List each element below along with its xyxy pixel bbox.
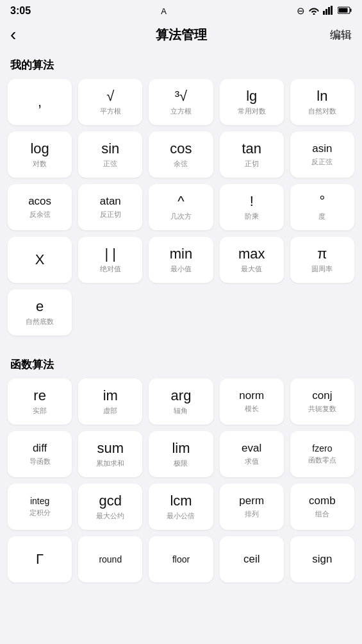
status-carrier-icon: A xyxy=(161,6,167,16)
cell-main-label: comb xyxy=(309,495,336,507)
cell-sub-label: 导函数 xyxy=(29,457,51,466)
func-alg-cell-2-1[interactable]: gcd最大公约 xyxy=(78,484,142,530)
cell-main-label: re xyxy=(33,387,46,404)
cell-main-label: fzero xyxy=(312,443,332,454)
cell-sub-label: 最小值 xyxy=(170,264,192,274)
cell-main-label: perm xyxy=(239,495,264,507)
my-algorithms-section: 我的算法 ,√平方根³√立方根lg常用对数ln自然对数 log对数sin正弦co… xyxy=(0,53,362,342)
func-alg-cell-2-2[interactable]: lcm最小公倍 xyxy=(149,484,213,530)
cell-main-label: integ xyxy=(30,496,49,507)
func-alg-cell-1-4[interactable]: fzero函数零点 xyxy=(290,431,354,477)
cell-sub-label: 共轭复数 xyxy=(308,404,336,414)
cell-main-label: e xyxy=(36,298,44,315)
my-alg-cell-3-0[interactable]: X xyxy=(8,237,72,283)
cell-sub-label: 自然对数 xyxy=(308,106,336,116)
cell-sub-label: 正切 xyxy=(245,159,259,169)
empty-cell xyxy=(290,289,354,335)
cell-sub-label: 对数 xyxy=(33,159,47,169)
my-alg-cell-1-3[interactable]: tan正切 xyxy=(220,131,284,178)
wifi-icon xyxy=(308,6,320,17)
cell-main-label: √ xyxy=(106,88,114,105)
cell-main-label: arg xyxy=(171,387,192,404)
my-alg-cell-1-4[interactable]: asin反正弦 xyxy=(290,131,354,178)
my-alg-cell-3-1[interactable]: | |绝对值 xyxy=(78,237,142,283)
cell-sub-label: 组合 xyxy=(315,509,329,519)
my-alg-cell-2-2[interactable]: ^几次方 xyxy=(149,184,213,230)
cell-main-label: min xyxy=(170,246,192,262)
func-alg-cell-3-2[interactable]: floor xyxy=(149,536,213,582)
my-alg-cell-2-3[interactable]: !阶乘 xyxy=(220,184,284,230)
cell-main-label: norm xyxy=(239,389,264,402)
cell-main-label: floor xyxy=(172,554,190,565)
cell-sub-label: 自然底数 xyxy=(26,317,54,326)
func-alg-cell-2-4[interactable]: comb组合 xyxy=(290,484,354,530)
cell-sub-label: 绝对值 xyxy=(100,264,121,274)
cell-main-label: , xyxy=(38,94,42,110)
cell-sub-label: 排列 xyxy=(245,509,259,519)
my-alg-cell-0-3[interactable]: lg常用对数 xyxy=(220,79,284,125)
func-alg-cell-1-0[interactable]: diff导函数 xyxy=(8,431,72,477)
my-alg-cell-2-0[interactable]: acos反余弦 xyxy=(8,184,72,230)
func-alg-cell-3-3[interactable]: ceil xyxy=(220,536,284,582)
cell-main-label: lg xyxy=(246,88,257,105)
my-alg-cell-1-1[interactable]: sin正弦 xyxy=(78,131,142,178)
my-alg-cell-3-3[interactable]: max最大值 xyxy=(220,237,284,283)
cell-main-label: max xyxy=(238,246,265,262)
func-alg-cell-1-1[interactable]: sum累加求和 xyxy=(78,431,142,477)
cell-main-label: ln xyxy=(317,88,327,105)
cell-main-label: cos xyxy=(170,140,192,157)
func-alg-cell-3-4[interactable]: sign xyxy=(290,536,354,582)
func-alg-cell-0-1[interactable]: im虚部 xyxy=(78,378,142,425)
my-alg-cell-0-4[interactable]: ln自然对数 xyxy=(290,79,354,125)
header: ‹ 算法管理 编辑 xyxy=(0,19,362,53)
cell-main-label: Γ xyxy=(36,551,44,568)
back-button[interactable]: ‹ xyxy=(10,24,36,45)
func-alg-cell-0-4[interactable]: conj共轭复数 xyxy=(290,378,354,425)
func-alg-cell-0-3[interactable]: norm模长 xyxy=(220,378,284,425)
func-alg-cell-0-0[interactable]: re实部 xyxy=(8,378,72,425)
empty-cell xyxy=(78,289,142,335)
signal-icon xyxy=(323,6,334,17)
func-alg-cell-2-0[interactable]: integ定积分 xyxy=(8,484,72,530)
cell-sub-label: 定积分 xyxy=(29,508,51,518)
my-alg-cell-1-0[interactable]: log对数 xyxy=(8,131,72,178)
cell-sub-label: 立方根 xyxy=(170,106,192,116)
my-algorithms-grid-1: ,√平方根³√立方根lg常用对数ln自然对数 xyxy=(0,79,362,131)
cell-sub-label: 累加求和 xyxy=(96,459,124,468)
status-time: 3:05 xyxy=(10,5,31,17)
cell-main-label: lcm xyxy=(170,493,192,509)
func-alg-cell-3-1[interactable]: round xyxy=(78,536,142,582)
minus-circle-icon: ⊖ xyxy=(297,5,305,17)
empty-cell xyxy=(220,289,284,335)
func-alg-cell-1-2[interactable]: lim极限 xyxy=(149,431,213,477)
my-alg-cell-1-2[interactable]: cos余弦 xyxy=(149,131,213,178)
my-alg-cell-0-1[interactable]: √平方根 xyxy=(78,79,142,125)
my-alg-cell-4-0[interactable]: e自然底数 xyxy=(8,289,72,335)
my-alg-cell-2-1[interactable]: atan反正切 xyxy=(78,184,142,230)
cell-sub-label: 最大公约 xyxy=(96,511,124,521)
my-alg-cell-2-4[interactable]: °度 xyxy=(290,184,354,230)
cell-main-label: im xyxy=(103,387,118,404)
cell-sub-label: 反正弦 xyxy=(311,157,333,167)
my-alg-cell-0-2[interactable]: ³√立方根 xyxy=(149,79,213,125)
svg-rect-5 xyxy=(350,9,351,12)
svg-rect-3 xyxy=(331,6,333,15)
my-alg-cell-3-2[interactable]: min最小值 xyxy=(149,237,213,283)
func-algorithms-grid-4: Γroundfloorceilsign xyxy=(0,536,362,589)
func-alg-cell-1-3[interactable]: eval求值 xyxy=(220,431,284,477)
page-title: 算法管理 xyxy=(156,26,207,44)
func-algorithms-section: 函数算法 re实部im虚部arg辐角norm模长conj共轭复数 diff导函数… xyxy=(0,352,362,589)
cell-sub-label: 求值 xyxy=(245,457,259,466)
svg-rect-1 xyxy=(325,9,327,15)
edit-button[interactable]: 编辑 xyxy=(326,28,352,42)
func-alg-cell-2-3[interactable]: perm排列 xyxy=(220,484,284,530)
my-algorithms-grid-3: acos反余弦atan反正切^几次方!阶乘°度 xyxy=(0,184,362,237)
func-algorithms-grid-3: integ定积分gcd最大公约lcm最小公倍perm排列comb组合 xyxy=(0,484,362,536)
my-alg-cell-0-0[interactable]: , xyxy=(8,79,72,125)
func-alg-cell-0-2[interactable]: arg辐角 xyxy=(149,378,213,425)
cell-sub-label: 阶乘 xyxy=(245,212,259,221)
func-alg-cell-3-0[interactable]: Γ xyxy=(8,536,72,582)
my-alg-cell-3-4[interactable]: π圆周率 xyxy=(290,237,354,283)
func-algorithms-title: 函数算法 xyxy=(0,352,362,378)
cell-main-label: round xyxy=(99,554,122,565)
